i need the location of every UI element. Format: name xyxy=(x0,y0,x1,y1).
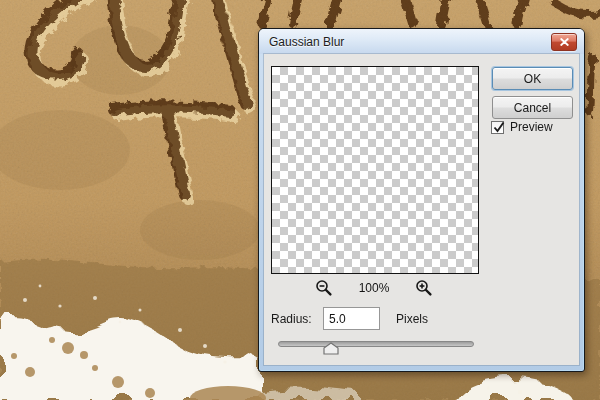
gaussian-blur-dialog: Gaussian Blur OK Cancel Preview xyxy=(258,28,585,372)
preview-checkbox[interactable] xyxy=(491,121,504,134)
radius-input[interactable] xyxy=(323,307,380,330)
close-button[interactable] xyxy=(551,33,577,51)
zoom-controls: 100% xyxy=(271,278,477,298)
dialog-titlebar[interactable]: Gaussian Blur xyxy=(259,29,584,54)
preview-checkbox-label[interactable]: Preview xyxy=(510,120,553,134)
radius-slider-track[interactable] xyxy=(278,341,474,347)
radius-label: Radius: xyxy=(271,312,312,326)
ok-button[interactable]: OK xyxy=(492,67,573,90)
checkmark-icon xyxy=(491,118,507,134)
dialog-body: OK Cancel Preview 100% xyxy=(264,54,579,365)
cancel-button[interactable]: Cancel xyxy=(492,96,573,119)
zoom-out-icon[interactable] xyxy=(315,279,333,297)
preview-option: Preview xyxy=(491,120,553,134)
close-icon xyxy=(560,38,569,46)
blur-preview-canvas[interactable] xyxy=(271,66,479,274)
radius-unit-label: Pixels xyxy=(396,312,428,326)
dialog-title: Gaussian Blur xyxy=(269,35,344,49)
radius-slider-thumb[interactable] xyxy=(323,342,339,355)
zoom-level-readout: 100% xyxy=(357,281,391,295)
zoom-in-icon[interactable] xyxy=(415,279,433,297)
